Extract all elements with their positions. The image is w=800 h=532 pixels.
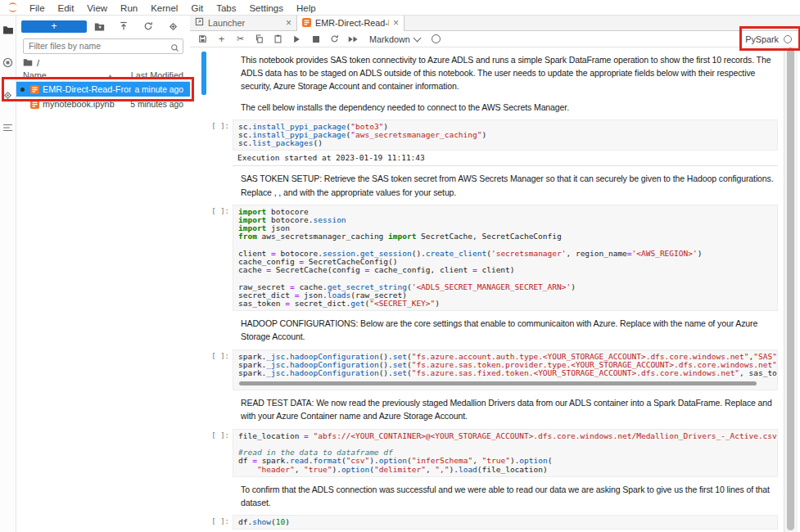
column-last-modified[interactable]: Last Modified xyxy=(124,70,183,80)
menu-tabs[interactable]: Tabs xyxy=(210,3,242,13)
refresh-icon[interactable] xyxy=(136,21,160,31)
markdown-cell-text[interactable]: SAS TOKEN SETUP: Retrieve the SAS token … xyxy=(233,170,778,200)
close-icon[interactable]: × xyxy=(286,19,292,27)
menu-help[interactable]: Help xyxy=(290,3,323,13)
cell-prompt: [ ]: xyxy=(206,515,233,530)
notebook-cell[interactable]: [ ]:spark._jsc.hadoopConfiguration().set… xyxy=(190,349,784,391)
notebook-cell[interactable]: To confirm that the ADLS connection was … xyxy=(190,481,784,511)
file-modified: 5 minutes ago xyxy=(130,100,183,109)
notebook-cell[interactable]: SAS TOKEN SETUP: Retrieve the SAS token … xyxy=(190,170,784,200)
copy-icon[interactable] xyxy=(250,34,269,43)
markdown-cell-text[interactable]: To confirm that the ADLS connection was … xyxy=(233,481,778,511)
activity-bar xyxy=(0,16,16,532)
code-line: import botocore.session xyxy=(238,216,772,224)
search-icon xyxy=(170,41,179,56)
vertical-scrollbar[interactable] xyxy=(784,47,798,532)
git-clone-icon[interactable] xyxy=(160,21,185,32)
cell-prompt: [ ]: xyxy=(206,205,233,311)
notebook-icon xyxy=(302,18,311,29)
horizontal-scrollbar[interactable] xyxy=(239,381,757,385)
markdown-cell-text[interactable]: READ TEST DATA: We now read the previous… xyxy=(233,394,778,424)
notebook-cell[interactable]: READ TEST DATA: We now read the previous… xyxy=(190,394,784,424)
cell-body: spark._jsc.hadoopConfiguration().set("fs… xyxy=(233,349,778,391)
cell-body: SAS TOKEN SETUP: Retrieve the SAS token … xyxy=(233,170,778,200)
notebook-file-icon xyxy=(30,85,39,94)
notebook-cell[interactable]: This notebook provides SAS token connect… xyxy=(190,52,784,95)
close-icon[interactable]: × xyxy=(393,19,399,27)
execution-output: Execution started at 2023-01-19 11:11:43 xyxy=(233,151,778,166)
code-line: cache = SecretCache(config = cache_confi… xyxy=(238,266,772,274)
code-editor[interactable]: df.show(10) xyxy=(233,515,778,530)
code-line: sc.list_packages() xyxy=(238,139,772,147)
stop-icon[interactable] xyxy=(306,36,325,43)
cell-body: This notebook provides SAS token connect… xyxy=(233,52,778,95)
file-browser-icon[interactable] xyxy=(2,23,15,36)
notebook-cell[interactable]: The cell below installs the dependency n… xyxy=(190,99,784,115)
paste-icon[interactable] xyxy=(269,34,287,43)
launcher-icon xyxy=(195,17,204,28)
notebook-cell[interactable]: [ ]:sc.install_pypi_package("boto3")sc.i… xyxy=(190,119,784,167)
code-line: df.show(10) xyxy=(238,518,772,526)
cell-type-dropdown[interactable]: Markdown xyxy=(369,34,420,44)
menu-kernel[interactable]: Kernel xyxy=(144,3,184,13)
new-launcher-button[interactable]: + xyxy=(21,20,87,33)
markdown-cell-text[interactable]: This notebook provides SAS token connect… xyxy=(233,52,778,95)
notebook-cell[interactable]: [ ]:file_location = "abfs://<YOUR_CONTAI… xyxy=(190,429,784,477)
column-name[interactable]: Name xyxy=(23,70,107,80)
tab-bar: Launcher×EMR-Direct-Read-From-AD× xyxy=(190,15,800,31)
run-icon[interactable] xyxy=(287,35,306,43)
file-list-header: Name ▲ Last Modified xyxy=(16,70,190,82)
cell-prompt xyxy=(206,394,233,424)
notebook-cell[interactable]: [ ]:df.show(10) xyxy=(190,515,784,530)
sort-ascending-icon[interactable]: ▲ xyxy=(107,73,113,79)
menu-settings[interactable]: Settings xyxy=(242,3,290,13)
upload-icon[interactable] xyxy=(111,21,136,31)
scrollbar-thumb[interactable] xyxy=(787,47,794,530)
cell-prompt xyxy=(206,99,233,115)
running-sessions-icon[interactable] xyxy=(2,56,15,69)
file-row[interactable]: EMR-Direct-Read-From-A...a minute ago xyxy=(16,82,190,97)
breadcrumb-path: / xyxy=(37,58,39,68)
tab-emr-direct-read-from-ad[interactable]: EMR-Direct-Read-From-AD× xyxy=(297,15,405,31)
code-editor[interactable]: import botocoreimport botocore.sessionim… xyxy=(233,205,778,311)
cell-body: sc.install_pypi_package("boto3")sc.insta… xyxy=(233,119,778,167)
notebook-content: This notebook provides SAS token connect… xyxy=(190,47,784,532)
insert-cell-icon[interactable]: + xyxy=(212,35,231,43)
file-row[interactable]: mynotebook.ipynb5 minutes ago xyxy=(16,97,190,111)
home-folder-icon[interactable] xyxy=(23,58,33,68)
save-icon[interactable] xyxy=(193,34,212,43)
code-editor[interactable]: sc.install_pypi_package("boto3")sc.insta… xyxy=(233,119,778,151)
menu-file[interactable]: File xyxy=(23,3,52,13)
cell-prompt: [ ]: xyxy=(206,119,233,167)
file-browser-panel: + / Name xyxy=(16,16,191,532)
cell-body: To confirm that the ADLS connection was … xyxy=(233,481,778,511)
cut-icon[interactable]: ✂ xyxy=(231,34,250,44)
code-line: "header", "true").option("delimiter", ",… xyxy=(238,466,772,474)
notebook-cell[interactable]: HADOOP CONFIGURATIONS: Below are the cor… xyxy=(190,315,784,345)
tab-launcher[interactable]: Launcher× xyxy=(190,15,297,30)
cell-body: The cell below installs the dependency n… xyxy=(233,99,778,115)
circle-icon[interactable] xyxy=(432,34,441,43)
new-folder-icon[interactable] xyxy=(87,22,111,31)
markdown-cell-text[interactable]: HADOOP CONFIGURATIONS: Below are the cor… xyxy=(233,315,778,345)
cell-body: file_location = "abfs://<YOUR_CONTAINER>… xyxy=(233,429,778,477)
running-dot-icon xyxy=(20,88,25,92)
code-editor[interactable]: spark._jsc.hadoopConfiguration().set("fs… xyxy=(233,349,778,391)
table-of-contents-icon[interactable] xyxy=(2,121,15,134)
menu-run[interactable]: Run xyxy=(114,3,144,13)
restart-kernel-icon[interactable] xyxy=(325,34,344,43)
kernel-indicator[interactable]: PySpark xyxy=(745,34,800,44)
tab-label: Launcher xyxy=(208,18,282,28)
kernel-name[interactable]: PySpark xyxy=(745,34,779,44)
menu-edit[interactable]: Edit xyxy=(52,3,81,13)
filter-files-input[interactable] xyxy=(23,38,183,54)
notebook-cell[interactable]: [ ]:import botocoreimport botocore.sessi… xyxy=(190,205,784,311)
markdown-cell-text[interactable]: The cell below installs the dependency n… xyxy=(233,99,778,115)
code-editor[interactable]: file_location = "abfs://<YOUR_CONTAINER>… xyxy=(233,429,778,477)
file-browser-toolbar: + xyxy=(16,16,190,35)
run-all-icon[interactable] xyxy=(344,35,363,43)
cell-type-value: Markdown xyxy=(369,34,410,44)
git-icon[interactable] xyxy=(2,88,15,101)
menu-view[interactable]: View xyxy=(80,3,114,13)
menu-git[interactable]: Git xyxy=(184,3,210,13)
